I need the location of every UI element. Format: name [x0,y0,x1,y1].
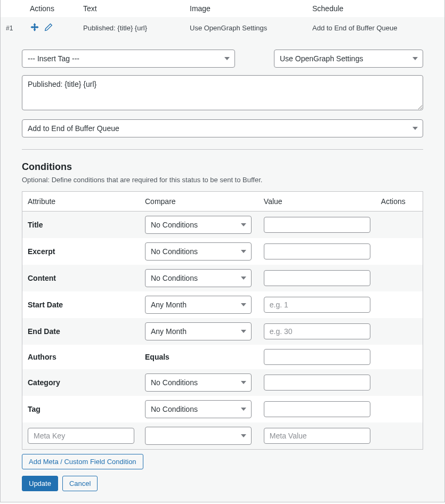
cond-row-content: Content No Conditions [22,265,423,291]
cond-head-actions: Actions [376,192,423,212]
content-value-input[interactable] [264,270,370,286]
cond-row-meta [22,422,423,450]
col-text: Text [78,0,184,17]
category-compare-select[interactable]: No Conditions [145,373,252,392]
cond-attr-label: End Date [22,318,140,345]
row-image: Use OpenGraph Settings [184,17,307,39]
conditions-table: Attribute Compare Value Actions Title No… [22,191,423,450]
row-text: Published: {title} {url} [78,17,184,39]
title-value-input[interactable] [264,217,370,233]
cancel-button[interactable]: Cancel [62,476,98,491]
update-button[interactable]: Update [22,476,58,491]
cond-row-title: Title No Conditions [22,212,423,239]
divider [22,149,423,150]
edit-icon[interactable] [44,22,53,34]
add-meta-button[interactable]: Add Meta / Custom Field Condition [22,454,143,469]
cond-head-attribute: Attribute [22,192,140,212]
cond-attr-label: Excerpt [22,238,140,265]
message-textarea[interactable] [22,75,423,110]
start-date-compare-select[interactable]: Any Month [145,296,252,314]
row-schedule: Add to End of Buffer Queue [307,17,444,39]
cond-row-category: Category No Conditions [22,369,423,396]
image-setting-select[interactable]: Use OpenGraph Settings [274,50,423,68]
cond-row-tag: Tag No Conditions [22,396,423,422]
cond-attr-label: Content [22,265,140,291]
cond-row-authors: Authors Equals [22,345,423,369]
excerpt-compare-select[interactable]: No Conditions [145,242,252,261]
meta-value-input[interactable] [264,428,370,444]
col-image: Image [184,0,307,17]
category-value-input[interactable] [264,375,370,391]
content-compare-select[interactable]: No Conditions [145,269,252,287]
cond-row-end-date: End Date Any Month [22,318,423,345]
cond-row-start-date: Start Date Any Month [22,291,423,318]
schedule-select[interactable]: Add to End of Buffer Queue [22,119,423,137]
meta-compare-select[interactable] [145,427,252,445]
col-schedule: Schedule [307,0,444,17]
authors-compare-text: Equals [145,353,169,361]
conditions-title: Conditions [22,161,423,173]
tag-value-input[interactable] [264,401,370,417]
authors-value-input[interactable] [264,349,370,365]
cond-attr-label: Start Date [22,291,140,318]
cond-head-compare: Compare [140,192,258,212]
end-date-value-input[interactable] [264,323,370,339]
title-compare-select[interactable]: No Conditions [145,216,252,234]
excerpt-value-input[interactable] [264,243,370,259]
tag-compare-select[interactable]: No Conditions [145,400,252,418]
start-date-value-input[interactable] [264,297,370,313]
cond-attr-label: Authors [22,345,140,369]
cond-attr-label: Title [22,212,140,239]
table-row: #1 Published: {title} {url} Use OpenGrap… [1,17,444,39]
cond-row-excerpt: Excerpt No Conditions [22,238,423,265]
cond-head-value: Value [258,192,376,212]
end-date-compare-select[interactable]: Any Month [145,322,252,340]
move-icon[interactable] [30,22,39,34]
row-id: #1 [6,25,13,32]
cond-attr-label: Category [22,369,140,396]
insert-tag-select[interactable]: --- Insert Tag --- [22,50,235,68]
col-actions: Actions [25,0,78,17]
conditions-desc: Optional: Define conditions that are req… [22,176,423,184]
cond-attr-label: Tag [22,396,140,422]
status-table: Actions Text Image Schedule #1 [1,0,444,39]
meta-key-input[interactable] [28,428,134,444]
